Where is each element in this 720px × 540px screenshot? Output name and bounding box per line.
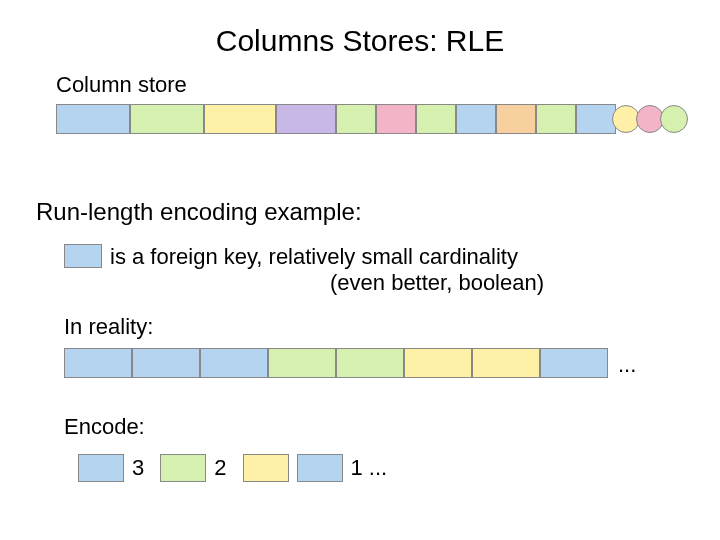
slide-title: Columns Stores: RLE <box>0 0 720 68</box>
in-reality-label: In reality: <box>64 314 153 340</box>
fk-text-line2: (even better, boolean) <box>110 270 544 296</box>
column-circle <box>660 105 688 133</box>
encode-tail: 1 ... <box>351 455 388 481</box>
reality-cell <box>472 348 540 378</box>
column-cell <box>536 104 576 134</box>
encode-cell <box>297 454 343 482</box>
encode-cell <box>78 454 124 482</box>
column-cell <box>336 104 376 134</box>
column-cell <box>276 104 336 134</box>
reality-cell <box>200 348 268 378</box>
column-cell <box>496 104 536 134</box>
reality-cell <box>540 348 608 378</box>
column-cell <box>376 104 416 134</box>
reality-cell <box>268 348 336 378</box>
reality-cell <box>64 348 132 378</box>
column-cell <box>456 104 496 134</box>
foreign-key-note: is a foreign key, relatively small cardi… <box>64 244 544 297</box>
column-store-label: Column store <box>56 72 187 98</box>
fk-color-swatch <box>64 244 102 268</box>
encode-count: 3 <box>132 455 144 481</box>
encode-cell <box>160 454 206 482</box>
encode-row: 321 ... <box>78 454 395 482</box>
reality-cell <box>336 348 404 378</box>
column-cell <box>576 104 616 134</box>
column-cell <box>416 104 456 134</box>
column-cell <box>56 104 130 134</box>
encode-cell <box>243 454 289 482</box>
column-cell <box>204 104 276 134</box>
reality-ellipsis: ... <box>618 352 636 378</box>
reality-cell <box>132 348 200 378</box>
encode-count: 2 <box>214 455 226 481</box>
rle-example-label: Run-length encoding example: <box>36 198 362 226</box>
reality-cell <box>404 348 472 378</box>
column-store-row <box>56 104 688 134</box>
fk-text-line1: is a foreign key, relatively small cardi… <box>110 244 518 269</box>
encode-label: Encode: <box>64 414 145 440</box>
column-cell <box>130 104 204 134</box>
reality-row <box>64 348 608 378</box>
